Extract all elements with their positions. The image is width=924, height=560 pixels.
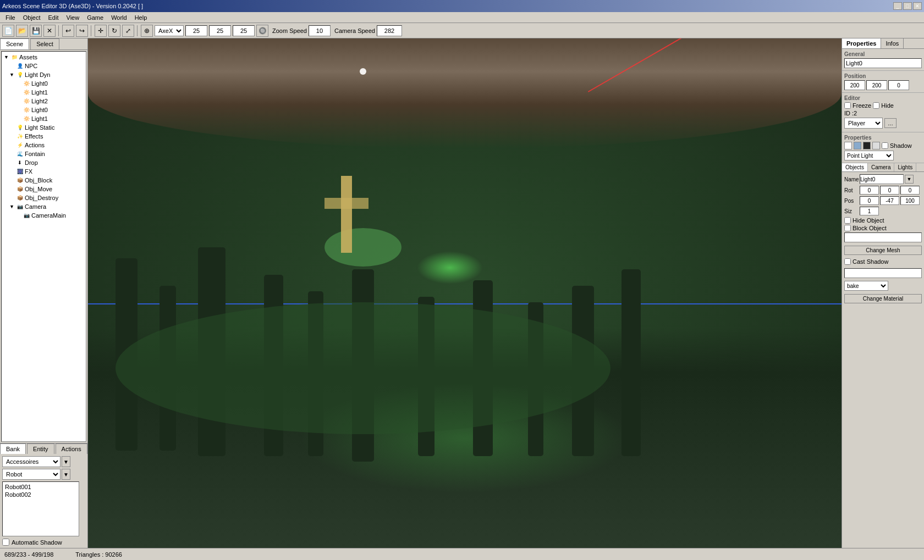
cast-shadow-checkbox[interactable] bbox=[844, 258, 851, 265]
change-material-button[interactable]: Change Material bbox=[844, 294, 922, 303]
change-mesh-button[interactable]: Change Mesh bbox=[844, 246, 922, 255]
tab-actions[interactable]: Actions bbox=[56, 443, 87, 454]
material-name-input[interactable] bbox=[844, 268, 922, 278]
size-input[interactable] bbox=[860, 207, 879, 215]
color-swatch-gray[interactable] bbox=[872, 142, 880, 149]
menu-world[interactable]: World bbox=[108, 13, 130, 22]
menu-game[interactable]: Game bbox=[84, 13, 107, 22]
list-item-robot001[interactable]: Robot001 bbox=[4, 483, 78, 491]
color-swatch-black[interactable] bbox=[863, 142, 871, 149]
close-button[interactable]: ✕ bbox=[913, 2, 922, 10]
tree-obj-block[interactable]: 📦 Obj_Block bbox=[3, 176, 85, 185]
save-button[interactable]: 💾 bbox=[30, 25, 42, 37]
block-obj-checkbox[interactable] bbox=[844, 225, 851, 231]
viewport[interactable] bbox=[88, 38, 842, 548]
freeze-checkbox[interactable] bbox=[844, 102, 851, 109]
tree-light2[interactable]: 🔆 Light2 bbox=[3, 97, 85, 106]
y-input[interactable] bbox=[209, 25, 231, 36]
tab-camera[interactable]: Camera bbox=[868, 163, 895, 171]
menu-object[interactable]: Object bbox=[20, 13, 44, 22]
mesh-name-input[interactable] bbox=[844, 232, 922, 242]
color-swatch-blue[interactable] bbox=[854, 142, 861, 149]
category-dropdown-btn[interactable]: ▼ bbox=[62, 456, 70, 467]
obj-pos-y-input[interactable] bbox=[880, 196, 899, 205]
hide-obj-row: Hide Object bbox=[844, 217, 922, 224]
rot-x-input[interactable] bbox=[860, 186, 879, 195]
tree-fx[interactable]: 🎆 FX bbox=[3, 167, 85, 176]
axis-select[interactable]: AxeX bbox=[155, 25, 184, 36]
undo-button[interactable]: ↩ bbox=[62, 25, 74, 37]
z-input[interactable] bbox=[233, 25, 255, 36]
entity-list[interactable]: Robot001 Robot002 bbox=[2, 481, 79, 536]
new-button[interactable]: 📄 bbox=[2, 25, 14, 37]
cursor-button[interactable]: ⊕ bbox=[141, 25, 153, 37]
pos-z-input[interactable] bbox=[888, 80, 909, 90]
tree-obj-move[interactable]: 📦 Obj_Move bbox=[3, 185, 85, 193]
tab-infos[interactable]: Infos bbox=[881, 38, 904, 48]
menu-edit[interactable]: Edit bbox=[45, 13, 62, 22]
cameramain-icon: 📷 bbox=[23, 212, 30, 219]
player-edit-btn[interactable]: … bbox=[884, 118, 897, 128]
tree-light1b[interactable]: 🔆 Light1 bbox=[3, 114, 85, 123]
tree-fontain[interactable]: 🌊 Fontain bbox=[3, 149, 85, 158]
grid-button[interactable]: 🔘 bbox=[256, 25, 268, 37]
tree-light0[interactable]: 🔆 Light0 bbox=[3, 79, 85, 88]
scene-tree[interactable]: ▼ 📁 Assets 👤 NPC ▼ 💡 Light Dyn 🔆 Light0 bbox=[1, 51, 86, 442]
tab-objects[interactable]: Objects bbox=[842, 163, 868, 171]
pos-y-input[interactable] bbox=[866, 80, 887, 90]
redo-button[interactable]: ↪ bbox=[76, 25, 88, 37]
move-button[interactable]: ✛ bbox=[95, 25, 107, 37]
zoom-input[interactable] bbox=[309, 25, 331, 36]
rot-z-input[interactable] bbox=[900, 186, 920, 195]
x-input[interactable] bbox=[185, 25, 207, 36]
tree-camera[interactable]: ▼ 📷 Camera bbox=[3, 202, 85, 211]
tab-entity[interactable]: Entity bbox=[27, 443, 54, 454]
tab-select[interactable]: Select bbox=[30, 38, 59, 49]
obj-name-input[interactable] bbox=[860, 174, 904, 184]
light-type-select[interactable]: Point Light bbox=[844, 151, 894, 160]
tree-light-static[interactable]: 💡 Light Static bbox=[3, 123, 85, 132]
menu-view[interactable]: View bbox=[63, 13, 83, 22]
tree-light0b[interactable]: 🔆 Light0 bbox=[3, 106, 85, 114]
tab-scene[interactable]: Scene bbox=[0, 38, 29, 49]
id-label: ID :2 bbox=[844, 110, 857, 117]
tree-light1[interactable]: 🔆 Light1 bbox=[3, 88, 85, 97]
hide-obj-checkbox[interactable] bbox=[844, 217, 851, 224]
tab-properties[interactable]: Properties bbox=[842, 38, 881, 48]
pos-x-input[interactable] bbox=[844, 80, 865, 90]
list-item-robot002[interactable]: Robot002 bbox=[4, 491, 78, 498]
menu-file[interactable]: File bbox=[2, 13, 19, 22]
camera-speed-input[interactable] bbox=[377, 25, 402, 36]
scale-button[interactable]: ⤢ bbox=[122, 25, 134, 37]
auto-shadow-checkbox[interactable] bbox=[2, 539, 9, 546]
shadow-checkbox[interactable] bbox=[882, 142, 888, 149]
type-select[interactable]: Robot bbox=[2, 469, 61, 480]
bake-select[interactable]: bake bbox=[844, 281, 888, 291]
close-file-button[interactable]: ✕ bbox=[43, 25, 56, 37]
tab-bank[interactable]: Bank bbox=[0, 443, 26, 454]
tree-effects[interactable]: ✨ Effects bbox=[3, 132, 85, 141]
tree-light-dyn[interactable]: ▼ 💡 Light Dyn bbox=[3, 70, 85, 79]
tree-npc[interactable]: 👤 NPC bbox=[3, 62, 85, 70]
tree-camera-main[interactable]: 📷 CameraMain bbox=[3, 211, 85, 220]
category-select[interactable]: Accessoires bbox=[2, 456, 61, 467]
obj-pos-x-input[interactable] bbox=[860, 196, 879, 205]
tree-assets[interactable]: ▼ 📁 Assets bbox=[3, 53, 85, 62]
obj-pos-z-input[interactable] bbox=[900, 196, 920, 205]
open-button[interactable]: 📂 bbox=[16, 25, 28, 37]
tree-actions[interactable]: ⚡ Actions bbox=[3, 141, 85, 149]
rotate-button[interactable]: ↻ bbox=[108, 25, 120, 37]
hide-checkbox[interactable] bbox=[873, 102, 879, 109]
menu-help[interactable]: Help bbox=[131, 13, 151, 22]
player-select[interactable]: Player bbox=[844, 118, 883, 129]
rot-y-input[interactable] bbox=[880, 186, 899, 195]
color-swatch-white[interactable] bbox=[844, 142, 852, 149]
tree-drop[interactable]: ⬇ Drop bbox=[3, 158, 85, 167]
type-dropdown-btn[interactable]: ▼ bbox=[62, 469, 70, 480]
tree-obj-destroy[interactable]: 📦 Obj_Destroy bbox=[3, 193, 85, 202]
obj-scroll-btn[interactable]: ▼ bbox=[905, 175, 914, 184]
maximize-button[interactable]: □ bbox=[903, 2, 912, 10]
general-input[interactable] bbox=[844, 58, 922, 68]
tab-lights[interactable]: Lights bbox=[894, 163, 916, 171]
minimize-button[interactable]: _ bbox=[893, 2, 902, 10]
